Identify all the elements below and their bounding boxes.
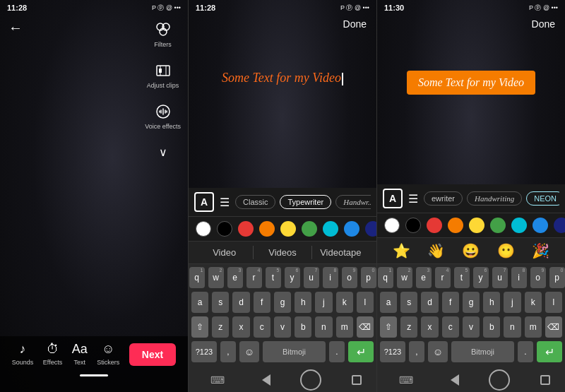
color-blue[interactable] [344, 221, 359, 237]
key-r[interactable]: 4r [246, 267, 262, 288]
text-box-3[interactable]: Some Text for my Video [407, 71, 535, 95]
key-l[interactable]: l [357, 292, 374, 313]
key-f[interactable]: f [254, 292, 270, 313]
key-numbers[interactable]: ?123 [191, 341, 217, 362]
key-comma-3[interactable]: , [409, 341, 424, 362]
done-button-3[interactable]: Done [532, 18, 555, 30]
sounds-tool[interactable]: ♪ Sounds [12, 342, 34, 366]
key-u-3[interactable]: 7u [492, 267, 508, 288]
next-button[interactable]: Next [129, 343, 176, 366]
key-t-3[interactable]: 5t [454, 267, 470, 288]
key-b-3[interactable]: b [483, 316, 500, 338]
key-q[interactable]: 1q [189, 267, 205, 288]
key-p[interactable]: 0p [361, 267, 376, 288]
key-s[interactable]: s [212, 292, 229, 313]
color-black[interactable] [217, 221, 232, 237]
emoji-smile[interactable]: 😀 [462, 242, 480, 259]
key-c-3[interactable]: c [442, 316, 459, 338]
typewriter-style-tag[interactable]: Typewriter [280, 195, 331, 209]
key-k-3[interactable]: k [525, 292, 542, 313]
key-i[interactable]: 8i [323, 267, 338, 288]
key-space[interactable]: Bitmoji [263, 341, 326, 362]
filters-tool[interactable]: Filters [153, 20, 173, 48]
key-f-3[interactable]: f [442, 292, 459, 313]
home-nav-btn[interactable] [300, 369, 321, 391]
key-d[interactable]: d [232, 292, 249, 313]
key-t[interactable]: 5t [266, 267, 281, 288]
key-d-3[interactable]: d [421, 292, 438, 313]
key-numbers-3[interactable]: ?123 [380, 341, 405, 362]
neon-style-tag[interactable]: NEON [526, 191, 559, 206]
color-red[interactable] [238, 221, 254, 237]
key-r-3[interactable]: 4r [435, 267, 451, 288]
key-backspace-3[interactable]: ⌫ [545, 316, 562, 338]
color-black-3[interactable] [405, 218, 421, 233]
key-w[interactable]: 2w [208, 267, 224, 288]
color-green-3[interactable] [490, 218, 506, 233]
key-x[interactable]: x [232, 316, 249, 338]
key-b[interactable]: b [295, 316, 311, 338]
more-tools-chevron[interactable]: ∨ [159, 145, 167, 159]
color-green[interactable] [302, 221, 317, 237]
back-nav-btn[interactable] [262, 374, 270, 386]
color-white-3[interactable] [384, 218, 400, 233]
recents-nav-btn[interactable] [352, 375, 362, 385]
color-orange-3[interactable] [448, 218, 463, 233]
back-nav-btn-3[interactable] [451, 374, 459, 386]
keyboard-icon-btn-3[interactable]: ⌨ [392, 373, 420, 387]
key-o[interactable]: 9o [342, 267, 357, 288]
suggest-videos[interactable]: Videos [254, 246, 311, 259]
key-h[interactable]: h [295, 292, 311, 313]
key-a[interactable]: a [191, 292, 208, 313]
key-shift[interactable]: ⇧ [191, 316, 208, 338]
emoji-star[interactable]: ⭐ [393, 242, 410, 259]
color-orange[interactable] [259, 221, 275, 237]
color-navy[interactable] [365, 221, 376, 237]
key-x-3[interactable]: x [421, 316, 438, 338]
key-m[interactable]: m [336, 316, 353, 338]
key-y-3[interactable]: 6y [473, 267, 489, 288]
key-period[interactable]: . [329, 341, 345, 362]
classic-style-tag[interactable]: Classic [235, 195, 275, 209]
emoji-party[interactable]: 🎉 [532, 242, 549, 259]
font-style-button[interactable]: A [194, 192, 214, 212]
effects-tool[interactable]: ⏱ Effects [43, 342, 62, 366]
key-emoji[interactable]: ☺ [239, 341, 259, 362]
color-yellow-3[interactable] [469, 218, 484, 233]
key-e[interactable]: 3e [227, 267, 243, 288]
key-i-3[interactable]: 8i [511, 267, 527, 288]
emoji-wave[interactable]: 👋 [427, 242, 445, 259]
color-blue-3[interactable] [533, 218, 548, 233]
color-teal-3[interactable] [511, 218, 527, 233]
key-j[interactable]: j [315, 292, 332, 313]
adjust-clips-tool[interactable]: Adjust clips [147, 61, 179, 89]
key-n-3[interactable]: n [504, 316, 521, 338]
recents-nav-btn-3[interactable] [540, 375, 550, 385]
back-button[interactable]: ← [8, 20, 23, 36]
align-button[interactable]: ☰ [220, 196, 230, 209]
text-tool[interactable]: Aa Text [72, 342, 88, 366]
key-g[interactable]: g [274, 292, 291, 313]
key-m-3[interactable]: m [525, 316, 542, 338]
ewriter-style-tag[interactable]: ewriter [424, 191, 463, 206]
key-space-3[interactable]: Bitmoji [451, 341, 514, 362]
key-q-3[interactable]: 1q [378, 267, 393, 288]
suggest-video[interactable]: Video [196, 246, 254, 259]
key-o-3[interactable]: 9o [530, 267, 546, 288]
handwriting-style-tag-3[interactable]: Handwriting [467, 191, 522, 206]
key-enter[interactable]: ↵ [348, 341, 374, 362]
key-p-3[interactable]: 0p [549, 267, 565, 288]
color-yellow[interactable] [280, 221, 296, 237]
voice-effects-tool[interactable]: Voice effects [145, 102, 181, 130]
home-nav-btn-3[interactable] [489, 369, 510, 391]
key-e-3[interactable]: 3e [416, 267, 432, 288]
key-c[interactable]: c [254, 316, 270, 338]
key-period-3[interactable]: . [518, 341, 533, 362]
keyboard-icon-btn[interactable]: ⌨ [203, 373, 232, 387]
color-white[interactable] [196, 221, 211, 237]
key-s-3[interactable]: s [400, 292, 417, 313]
handwriting-style-tag[interactable]: Handwr... [335, 195, 371, 209]
align-button-3[interactable]: ☰ [408, 192, 418, 206]
color-red-3[interactable] [427, 218, 442, 233]
key-v-3[interactable]: v [463, 316, 480, 338]
